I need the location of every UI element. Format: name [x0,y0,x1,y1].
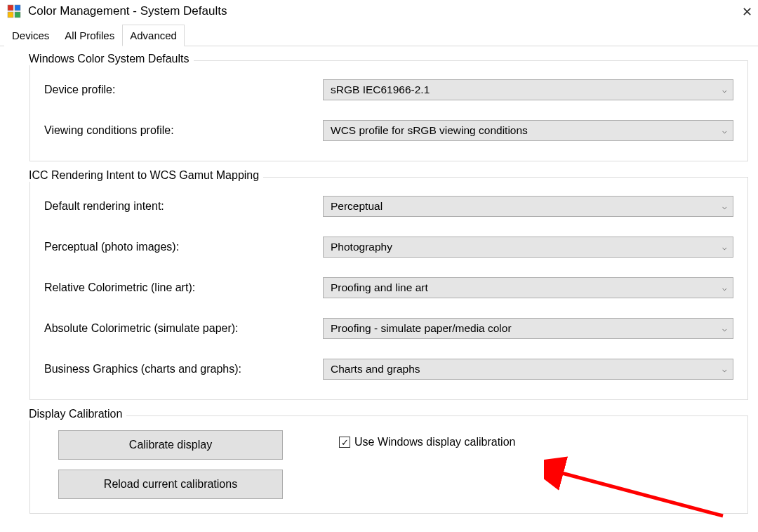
default-rendering-intent-label: Default rendering intent: [44,200,314,213]
tab-advanced[interactable]: Advanced [122,25,185,46]
chevron-down-icon: ⌵ [722,324,727,333]
chevron-down-icon: ⌵ [722,202,727,211]
svg-rect-3 [15,12,20,18]
select-value: Perceptual [331,200,383,213]
checkbox-label: Use Windows display calibration [354,436,515,448]
tab-devices[interactable]: Devices [4,25,57,46]
chevron-down-icon: ⌵ [722,126,727,135]
default-rendering-intent-select[interactable]: Perceptual ⌵ [323,196,733,217]
chevron-down-icon: ⌵ [722,243,727,252]
reload-calibrations-button[interactable]: Reload current calibrations [58,470,283,499]
relative-colorimetric-select[interactable]: Proofing and line art ⌵ [323,277,733,298]
group-display-calibration: Display Calibration Calibrate display Re… [29,415,748,514]
tab-all-profiles[interactable]: All Profiles [57,25,122,46]
business-graphics-select[interactable]: Charts and graphs ⌵ [323,359,733,380]
viewing-conditions-label: Viewing conditions profile: [44,124,314,137]
group-legend: ICC Rendering Intent to WCS Gamut Mappin… [27,169,263,182]
business-graphics-label: Business Graphics (charts and graphs): [44,363,314,375]
select-value: sRGB IEC61966-2.1 [331,84,430,96]
close-icon[interactable]: ✕ [742,4,752,20]
tab-content: Windows Color System Defaults Device pro… [0,46,758,532]
group-icc-rendering-intent: ICC Rendering Intent to WCS Gamut Mappin… [29,177,748,400]
chevron-down-icon: ⌵ [722,86,727,95]
viewing-conditions-select[interactable]: WCS profile for sRGB viewing conditions … [323,120,733,141]
group-windows-color-system-defaults: Windows Color System Defaults Device pro… [29,60,748,161]
select-value: Photography [331,241,392,253]
checkbox-icon: ✓ [339,437,350,448]
select-value: Proofing and line art [331,281,428,294]
device-profile-select[interactable]: sRGB IEC61966-2.1 ⌵ [323,79,733,100]
svg-rect-0 [8,5,13,11]
window-title: Color Management - System Defaults [28,4,227,18]
color-management-icon [7,4,21,18]
calibrate-display-button[interactable]: Calibrate display [58,430,283,460]
use-windows-calibration-checkbox[interactable]: ✓ Use Windows display calibration [339,436,515,448]
select-value: WCS profile for sRGB viewing conditions [331,124,528,137]
title-bar: Color Management - System Defaults ✕ [0,0,758,24]
select-value: Proofing - simulate paper/media color [331,322,512,335]
device-profile-label: Device profile: [44,84,314,96]
group-legend: Display Calibration [27,408,126,420]
tab-strip: Devices All Profiles Advanced [0,24,758,46]
perceptual-label: Perceptual (photo images): [44,241,314,253]
absolute-colorimetric-label: Absolute Colorimetric (simulate paper): [44,322,314,335]
svg-rect-1 [15,5,20,11]
chevron-down-icon: ⌵ [722,284,727,293]
select-value: Charts and graphs [331,363,420,375]
svg-rect-2 [8,12,13,18]
absolute-colorimetric-select[interactable]: Proofing - simulate paper/media color ⌵ [323,318,733,339]
relative-colorimetric-label: Relative Colorimetric (line art): [44,281,314,294]
perceptual-select[interactable]: Photography ⌵ [323,237,733,258]
group-legend: Windows Color System Defaults [27,53,194,65]
chevron-down-icon: ⌵ [722,365,727,374]
